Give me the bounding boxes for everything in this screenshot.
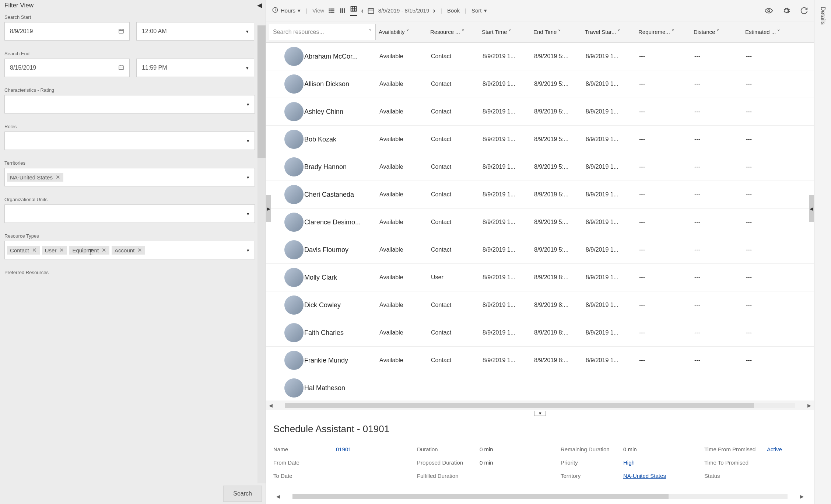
chevron-down-icon: ▾ <box>484 7 487 14</box>
resource-grid: Search resources... ˅ Availability˅ Reso… <box>266 21 814 417</box>
gear-icon[interactable] <box>782 7 790 15</box>
territories-input[interactable]: NA-United States✕ ▾ <box>4 168 255 186</box>
avatar <box>284 185 304 204</box>
token-remove-icon[interactable]: ✕ <box>102 247 106 253</box>
expand-panel-icon[interactable]: ▾ <box>534 411 546 416</box>
col-label: Requireme... <box>638 29 670 35</box>
territory-link[interactable]: NA-United States <box>623 469 690 483</box>
characteristics-input[interactable]: ▾ <box>4 95 255 113</box>
search-resources-input[interactable]: Search resources... ˅ <box>269 24 376 40</box>
territories-label: Territories <box>4 160 259 166</box>
table-row[interactable]: Abraham McCor...AvailableContact8/9/2019… <box>266 43 814 70</box>
kv-key: Remaining Duration <box>561 443 616 456</box>
book-button[interactable]: Book <box>447 7 460 14</box>
filter-scrollbar-thumb[interactable] <box>257 25 266 158</box>
calendar-button[interactable] <box>367 7 375 14</box>
table-row[interactable]: Faith CharlesAvailableContact8/9/2019 1.… <box>266 319 814 347</box>
cell-req: --- <box>636 191 691 198</box>
cell-travel: 8/9/2019 1... <box>583 357 636 364</box>
table-row[interactable]: Ashley ChinnAvailableContact8/9/2019 1..… <box>266 98 814 126</box>
footer-col-2: Duration Proposed Duration Fulfilled Dur… <box>417 443 546 483</box>
search-end-time-input[interactable]: 11:59 PM ▾ <box>136 59 254 77</box>
cell-end: 8/9/2019 5:... <box>531 164 583 170</box>
col-resourcetype[interactable]: Resource ...˅ <box>427 29 479 35</box>
scroll-thumb[interactable] <box>285 403 754 408</box>
table-row[interactable]: Brady HannonAvailableContact8/9/2019 1..… <box>266 153 814 181</box>
table-row[interactable]: Molly ClarkAvailableUser8/9/2019 1...8/9… <box>266 264 814 291</box>
token-remove-icon[interactable]: ✕ <box>137 247 142 253</box>
table-row[interactable]: Frankie MundyAvailableContact8/9/2019 1.… <box>266 347 814 374</box>
col-availability[interactable]: Availability˅ <box>376 29 427 35</box>
col-starttime[interactable]: Start Time˅ <box>479 29 530 35</box>
search-button[interactable]: Search <box>223 486 262 502</box>
search-start-date-input[interactable]: 8/9/2019 <box>4 22 130 41</box>
view-list-icon[interactable] <box>328 7 335 14</box>
filter-title: Filter View <box>4 2 34 9</box>
token-remove-icon[interactable]: ✕ <box>32 247 37 253</box>
col-endtime[interactable]: End Time˅ <box>530 29 582 35</box>
table-row[interactable]: Davis FlournoyAvailableContact8/9/2019 1… <box>266 236 814 264</box>
details-rail[interactable]: Details <box>814 0 831 504</box>
token-remove-icon[interactable]: ✕ <box>59 247 64 253</box>
col-distance[interactable]: Distance˅ <box>691 29 742 35</box>
splitter-right[interactable]: ◀ <box>809 195 814 222</box>
cell-distance: --- <box>691 164 743 170</box>
splitter-left[interactable]: ▶ <box>266 195 271 222</box>
svg-rect-9 <box>340 8 341 13</box>
kv-key: Fulfilled Duration <box>417 469 472 483</box>
scroll-right-icon[interactable]: ▶ <box>804 403 814 408</box>
roles-input[interactable]: ▾ <box>4 132 255 150</box>
sort-dropdown[interactable]: Sort ▾ <box>471 7 487 14</box>
token-rt-contact[interactable]: Contact✕ <box>7 246 40 255</box>
name-link[interactable]: 01901 <box>336 443 402 456</box>
search-end-date-input[interactable]: 8/15/2019 <box>4 59 130 77</box>
table-row[interactable]: Dick CowleyAvailableContact8/9/2019 1...… <box>266 291 814 319</box>
scroll-thumb[interactable] <box>292 494 669 499</box>
col-label: End Time <box>533 29 557 35</box>
cell-req: --- <box>636 136 691 143</box>
prev-button[interactable]: ‹ <box>361 6 364 15</box>
scroll-right-icon[interactable]: ▶ <box>797 494 807 499</box>
scroll-left-icon[interactable]: ◀ <box>273 494 283 499</box>
scroll-left-icon[interactable]: ◀ <box>266 403 276 408</box>
cell-start: 8/9/2019 1... <box>480 164 531 170</box>
token-rt-account[interactable]: Account✕ <box>112 246 145 255</box>
cell-availability: Available <box>376 219 428 225</box>
footer-title: Schedule Assistant - 01901 <box>273 423 807 435</box>
resourcetypes-input[interactable]: Contact✕ User✕ Equipment✕ Account✕ ▾ <box>4 241 255 259</box>
scroll-track[interactable] <box>285 403 795 408</box>
col-estimated[interactable]: Estimated ...˅ <box>742 29 794 35</box>
col-travelstart[interactable]: Travel Star...˅ <box>582 29 635 35</box>
scroll-track[interactable] <box>292 494 788 499</box>
kv-key: Time From Promised <box>704 443 760 456</box>
next-button[interactable]: › <box>433 6 435 15</box>
col-requirement[interactable]: Requireme...˅ <box>635 29 691 35</box>
view-grid-icon[interactable] <box>350 5 357 16</box>
eye-icon[interactable] <box>765 7 773 15</box>
grid-horizontal-scrollbar[interactable]: ◀ ▶ <box>266 400 814 410</box>
token-territory[interactable]: NA-United States✕ <box>7 173 63 182</box>
table-row[interactable]: Cheri CastanedaAvailableContact8/9/2019 … <box>266 181 814 209</box>
cell-resourcetype: Contact <box>428 81 480 87</box>
priority-link[interactable]: High <box>623 456 690 469</box>
orgunits-input[interactable]: ▾ <box>4 204 255 223</box>
cell-end: 8/9/2019 5:... <box>531 219 583 225</box>
refresh-icon[interactable] <box>800 7 808 15</box>
cell-availability: Available <box>376 53 428 60</box>
table-row[interactable]: Hal Matheson <box>266 374 814 400</box>
cell-req: --- <box>636 219 691 225</box>
table-row[interactable]: Allison DicksonAvailableContact8/9/2019 … <box>266 70 814 98</box>
search-start-date-value: 8/9/2019 <box>10 28 33 35</box>
table-row[interactable]: Clarence Desimo...AvailableContact8/9/20… <box>266 209 814 236</box>
token-rt-user[interactable]: User✕ <box>42 246 67 255</box>
chevron-down-icon: ˅ <box>672 29 674 35</box>
filter-collapse-icon[interactable]: ◀ <box>257 1 262 9</box>
view-columns-icon[interactable] <box>339 7 346 14</box>
token-territory-label: NA-United States <box>10 174 53 181</box>
hours-dropdown[interactable]: Hours ▾ <box>272 7 301 14</box>
token-remove-icon[interactable]: ✕ <box>56 174 60 181</box>
table-row[interactable]: Bob KozakAvailableContact8/9/2019 1...8/… <box>266 126 814 153</box>
chevron-down-icon: ▾ <box>247 102 249 107</box>
search-start-time-input[interactable]: 12:00 AM ▾ <box>136 22 254 41</box>
svg-rect-10 <box>342 8 343 13</box>
